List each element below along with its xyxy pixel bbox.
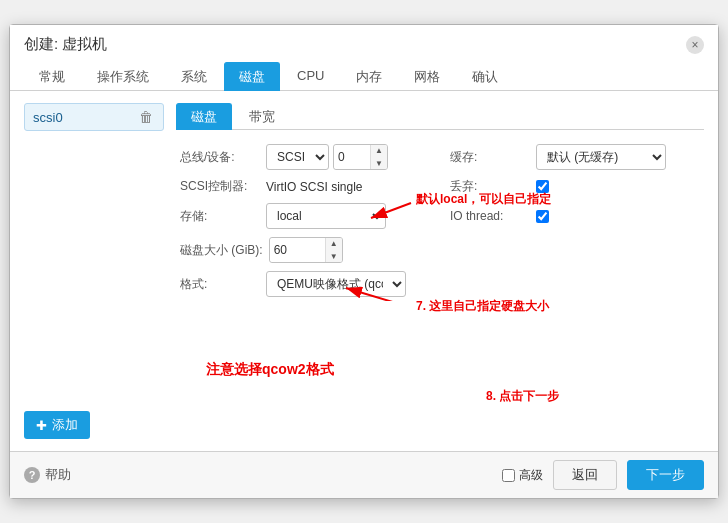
- size-label: 磁盘大小 (GiB):: [180, 242, 263, 259]
- title-bar: 创建: 虚拟机 ×: [10, 25, 718, 54]
- help-button[interactable]: ? 帮助: [24, 466, 71, 484]
- tab-general[interactable]: 常规: [24, 62, 80, 91]
- bus-number-field[interactable]: [334, 145, 370, 169]
- format-row: 格式: QEMU映像格式 (qco: [180, 271, 430, 297]
- advanced-checkbox[interactable]: [502, 469, 515, 482]
- discard-label: 丢弃:: [450, 178, 530, 195]
- tab-memory[interactable]: 内存: [341, 62, 397, 91]
- size-spin-down[interactable]: ▼: [326, 250, 342, 263]
- sub-tab-disk[interactable]: 磁盘: [176, 103, 232, 130]
- size-spin-up[interactable]: ▲: [326, 237, 342, 250]
- format-select[interactable]: QEMU映像格式 (qco: [266, 271, 406, 297]
- next-button[interactable]: 下一步: [627, 460, 704, 490]
- help-icon: ?: [24, 467, 40, 483]
- size-field[interactable]: [270, 238, 325, 262]
- bus-spin-down[interactable]: ▼: [371, 157, 387, 170]
- io-thread-label: IO thread:: [450, 209, 530, 223]
- help-label: 帮助: [45, 466, 71, 484]
- create-vm-dialog: 创建: 虚拟机 × 常规 操作系统 系统 磁盘 CPU 内存 网格 确认 scs…: [9, 24, 719, 499]
- format-label: 格式:: [180, 276, 260, 293]
- sub-tab-bar: 磁盘 带宽: [176, 103, 704, 130]
- tab-os[interactable]: 操作系统: [82, 62, 164, 91]
- tab-bar: 常规 操作系统 系统 磁盘 CPU 内存 网格 确认: [10, 54, 718, 91]
- bus-label: 总线/设备:: [180, 149, 260, 166]
- add-device-button[interactable]: ✚ 添加: [24, 411, 90, 439]
- bus-select[interactable]: SCSI: [266, 144, 329, 170]
- annotation-qcow2: 注意选择qcow2格式: [206, 361, 334, 377]
- io-thread-row: IO thread:: [450, 203, 700, 229]
- sub-tab-bandwidth[interactable]: 带宽: [234, 103, 290, 130]
- storage-row: 存储: local: [180, 203, 430, 229]
- discard-row: 丢弃:: [450, 178, 700, 195]
- right-panel-wrapper: 磁盘 带宽 总线/设备: SCSI: [176, 103, 704, 439]
- scsi-control: VirtIO SCSI single: [266, 180, 430, 194]
- scsi-label: SCSI控制器:: [180, 178, 260, 195]
- size-input: ▲ ▼: [269, 237, 343, 263]
- tab-disk[interactable]: 磁盘: [224, 62, 280, 91]
- size-control: ▲ ▼: [269, 237, 430, 263]
- device-delete-button[interactable]: 🗑: [137, 109, 155, 125]
- bus-control: SCSI ▲ ▼: [266, 144, 430, 170]
- bus-number-input: ▲ ▼: [333, 144, 388, 170]
- back-button[interactable]: 返回: [553, 460, 617, 490]
- cache-label: 缓存:: [450, 149, 530, 166]
- right-panel: 磁盘 带宽 总线/设备: SCSI: [176, 103, 704, 301]
- advanced-check: 高级: [502, 467, 543, 484]
- bus-spin-btns: ▲ ▼: [370, 144, 387, 170]
- form-grid: 总线/设备: SCSI ▲ ▼: [176, 140, 704, 301]
- bottom-bar: ? 帮助 高级 返回 下一步: [10, 451, 718, 498]
- device-item-scsi0: scsi0 🗑: [24, 103, 164, 131]
- device-name: scsi0: [33, 110, 63, 125]
- tab-confirm[interactable]: 确认: [457, 62, 513, 91]
- tab-network[interactable]: 网格: [399, 62, 455, 91]
- close-button[interactable]: ×: [686, 36, 704, 54]
- add-icon: ✚: [36, 418, 47, 433]
- disk-size-row: 磁盘大小 (GiB): ▲ ▼: [180, 237, 430, 263]
- bus-row: 总线/设备: SCSI ▲ ▼: [180, 144, 430, 170]
- scsi-value: VirtIO SCSI single: [266, 180, 362, 194]
- storage-control: local: [266, 203, 430, 229]
- storage-label: 存储:: [180, 208, 260, 225]
- discard-control: [536, 180, 700, 193]
- empty-cell: [450, 237, 700, 263]
- content-area: scsi0 🗑 ✚ 添加 磁盘 带宽: [10, 91, 718, 451]
- bottom-right-buttons: 高级 返回 下一步: [502, 460, 704, 490]
- left-panel: scsi0 🗑 ✚ 添加: [24, 103, 164, 439]
- cache-select[interactable]: 默认 (无缓存): [536, 144, 666, 170]
- size-spin-btns: ▲ ▼: [325, 237, 342, 263]
- annotation-next-step: 8. 点击下一步: [486, 388, 559, 405]
- tab-cpu[interactable]: CPU: [282, 62, 339, 91]
- scsi-controller-row: SCSI控制器: VirtIO SCSI single: [180, 178, 430, 195]
- cache-control: 默认 (无缓存): [536, 144, 700, 170]
- advanced-label: 高级: [519, 467, 543, 484]
- io-thread-control: [536, 210, 700, 223]
- format-control: QEMU映像格式 (qco: [266, 271, 430, 297]
- discard-checkbox[interactable]: [536, 180, 549, 193]
- dialog-title: 创建: 虚拟机: [24, 35, 107, 54]
- left-bottom-area: ✚ 添加: [24, 411, 164, 439]
- storage-select[interactable]: local: [266, 203, 386, 229]
- annotation-qcow2-area: 注意选择qcow2格式: [206, 361, 334, 379]
- cache-row: 缓存: 默认 (无缓存): [450, 144, 700, 170]
- io-thread-checkbox[interactable]: [536, 210, 549, 223]
- add-button-label: 添加: [52, 416, 78, 434]
- bus-spin-up[interactable]: ▲: [371, 144, 387, 157]
- tab-system[interactable]: 系统: [166, 62, 222, 91]
